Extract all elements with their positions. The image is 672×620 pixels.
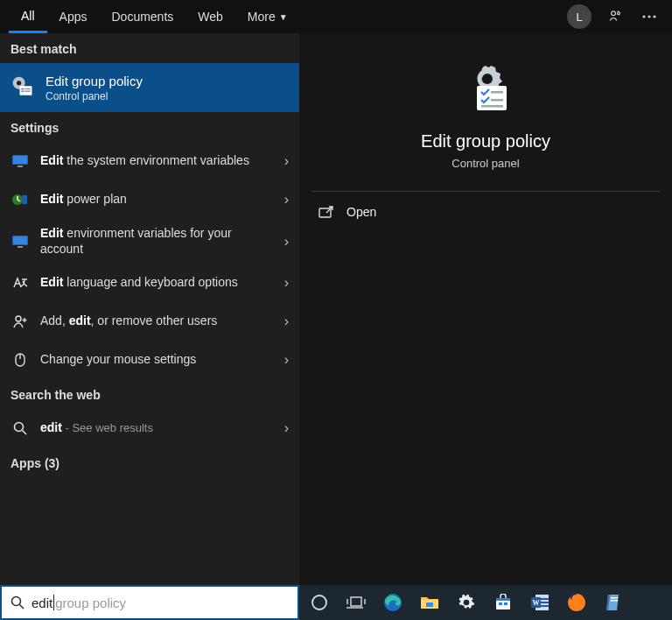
chevron-right-icon: › xyxy=(284,234,289,250)
svg-rect-40 xyxy=(426,602,433,607)
svg-point-1 xyxy=(642,15,645,18)
best-match-item[interactable]: Edit group policy Control panel xyxy=(0,63,299,112)
preview-subtitle: Control panel xyxy=(452,157,519,170)
svg-rect-15 xyxy=(22,195,27,204)
word-icon[interactable]: W xyxy=(528,591,551,614)
preview-title: Edit group policy xyxy=(421,131,550,151)
edge-icon[interactable] xyxy=(382,591,404,614)
svg-rect-53 xyxy=(611,600,618,602)
top-tab-bar: All Apps Documents Web More ▼ L xyxy=(0,0,672,33)
monitor-icon xyxy=(10,154,30,168)
results-panel: Best match Edit group policy Cont xyxy=(0,33,299,585)
firefox-icon[interactable] xyxy=(565,591,588,614)
settings-item-mouse[interactable]: Change your mouse settings › xyxy=(0,341,299,379)
gear-file-icon-large xyxy=(458,63,514,119)
best-match-header: Best match xyxy=(0,33,299,63)
search-input[interactable]: edit group policy xyxy=(0,585,299,620)
tab-documents[interactable]: Documents xyxy=(99,0,186,33)
svg-rect-27 xyxy=(491,91,503,94)
settings-item-env-system[interactable]: Edit the system environment variables › xyxy=(0,142,299,180)
task-view-icon[interactable] xyxy=(345,591,368,614)
action-label: Open xyxy=(346,205,376,219)
settings-item-label: Add, edit, or remove other users xyxy=(40,314,274,329)
svg-point-33 xyxy=(312,595,326,609)
svg-rect-43 xyxy=(499,602,502,605)
settings-item-language[interactable]: Edit language and keyboard options › xyxy=(0,264,299,302)
taskbar: W xyxy=(299,585,672,620)
svg-rect-44 xyxy=(504,602,508,605)
power-plan-icon xyxy=(10,192,30,208)
svg-rect-7 xyxy=(21,88,24,89)
web-result-label: edit - See web results xyxy=(40,420,274,436)
svg-point-24 xyxy=(482,74,493,84)
search-icon xyxy=(10,421,30,435)
gear-file-icon xyxy=(10,75,35,100)
chevron-right-icon: › xyxy=(284,314,289,329)
tab-more[interactable]: More ▼ xyxy=(235,0,300,33)
web-header: Search the web xyxy=(0,379,299,409)
search-text: edit group policy xyxy=(32,595,289,610)
svg-line-23 xyxy=(23,431,27,435)
svg-point-31 xyxy=(12,597,21,606)
svg-text:W: W xyxy=(533,599,540,607)
svg-point-2 xyxy=(648,15,650,18)
svg-rect-12 xyxy=(13,156,27,164)
chevron-right-icon: › xyxy=(284,420,289,436)
settings-item-label: Edit environment variables for your acco… xyxy=(40,226,274,257)
svg-rect-42 xyxy=(496,598,510,601)
store-icon[interactable] xyxy=(492,591,514,614)
svg-point-22 xyxy=(15,423,24,432)
person-plus-icon xyxy=(10,314,30,328)
settings-icon[interactable] xyxy=(455,591,478,614)
svg-rect-17 xyxy=(13,236,27,244)
svg-rect-34 xyxy=(351,597,361,606)
svg-point-0 xyxy=(612,11,616,16)
more-options-icon[interactable] xyxy=(640,8,658,25)
svg-rect-52 xyxy=(611,597,618,599)
settings-item-label: Edit language and keyboard options xyxy=(40,275,274,291)
svg-rect-13 xyxy=(18,166,23,167)
svg-rect-18 xyxy=(18,246,23,248)
tab-apps[interactable]: Apps xyxy=(47,0,100,33)
tab-all[interactable]: All xyxy=(9,0,47,33)
settings-item-label: Edit power plan xyxy=(40,192,274,208)
svg-line-32 xyxy=(20,605,24,609)
mouse-icon xyxy=(10,352,30,368)
feedback-icon[interactable] xyxy=(607,8,625,25)
action-open[interactable]: Open xyxy=(299,192,672,232)
svg-rect-10 xyxy=(25,91,31,92)
chevron-right-icon: › xyxy=(284,153,289,169)
svg-rect-28 xyxy=(491,99,503,102)
settings-item-users[interactable]: Add, edit, or remove other users › xyxy=(0,302,299,341)
settings-item-label: Change your mouse settings xyxy=(40,352,274,368)
apps-header: Apps (3) xyxy=(0,447,299,477)
web-result-item[interactable]: edit - See web results › xyxy=(0,409,299,447)
svg-point-3 xyxy=(653,15,655,18)
chevron-down-icon: ▼ xyxy=(279,12,288,22)
monitor-icon xyxy=(10,235,30,249)
preview-panel: Edit group policy Control panel Open xyxy=(299,33,672,585)
best-match-subtitle: Control panel xyxy=(46,90,143,102)
tab-web[interactable]: Web xyxy=(186,0,235,33)
settings-item-env-user[interactable]: Edit environment variables for your acco… xyxy=(0,219,299,264)
tab-more-label: More xyxy=(248,10,276,24)
best-match-title: Edit group policy xyxy=(46,74,143,88)
user-avatar[interactable]: L xyxy=(567,4,592,29)
svg-rect-9 xyxy=(25,88,31,89)
language-icon xyxy=(10,276,30,290)
svg-point-5 xyxy=(17,81,21,85)
open-icon xyxy=(318,204,334,220)
chevron-right-icon: › xyxy=(284,352,289,368)
svg-point-19 xyxy=(16,316,21,321)
chevron-right-icon: › xyxy=(284,192,289,208)
settings-item-label: Edit the system environment variables xyxy=(40,153,274,169)
file-explorer-icon[interactable] xyxy=(418,591,441,614)
svg-rect-8 xyxy=(21,91,24,92)
search-icon xyxy=(10,595,24,609)
notebook-icon[interactable] xyxy=(602,591,625,614)
chevron-right-icon: › xyxy=(284,275,289,291)
settings-header: Settings xyxy=(0,112,299,142)
settings-item-power-plan[interactable]: Edit power plan › xyxy=(0,180,299,219)
svg-rect-29 xyxy=(481,105,503,108)
cortana-icon[interactable] xyxy=(308,591,331,614)
